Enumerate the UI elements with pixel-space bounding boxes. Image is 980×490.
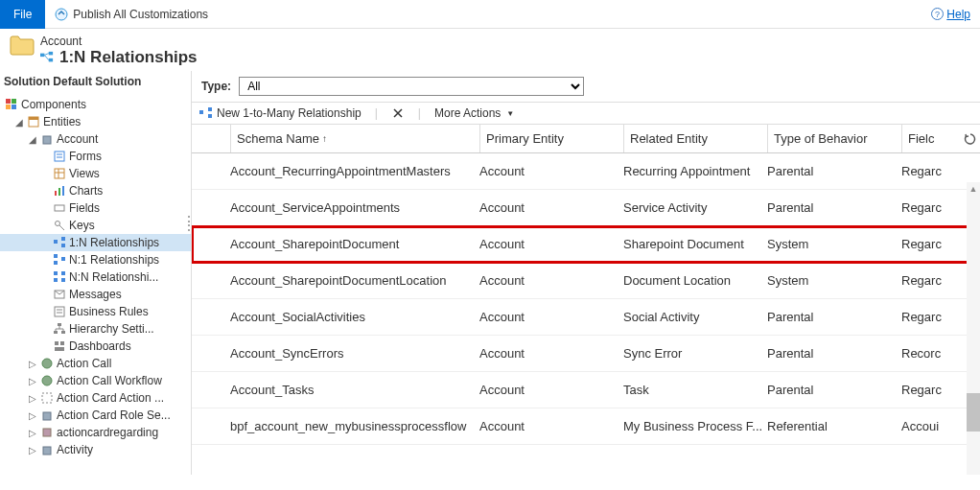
cell-related: My Business Process F... — [623, 419, 767, 433]
svg-rect-29 — [54, 261, 58, 265]
type-select[interactable]: All — [239, 77, 584, 96]
collapse-icon[interactable]: ◢ — [14, 117, 24, 128]
entity-icon — [40, 357, 54, 370]
svg-rect-33 — [61, 271, 65, 275]
cell-related: Social Activity — [623, 310, 767, 324]
cell-behavior: Parental — [767, 346, 901, 361]
tree-node-components[interactable]: Components — [0, 96, 191, 113]
tree-label: 1:N Relationships — [69, 236, 159, 249]
tree-node-n1-relationships[interactable]: N:1 Relationships — [0, 251, 191, 268]
more-actions-button[interactable]: More Actions ▼ — [434, 106, 514, 120]
tree-node-action-call[interactable]: ▷Action Call — [0, 355, 191, 372]
svg-rect-4 — [49, 52, 53, 56]
relationship-icon — [199, 106, 213, 120]
svg-rect-34 — [61, 278, 65, 282]
table-row[interactable]: Account_SocialActivitiesAccountSocial Ac… — [192, 299, 980, 336]
tree-node-action-card-action[interactable]: ▷Action Card Action ... — [0, 389, 191, 407]
entity-label: Account — [40, 35, 198, 48]
column-header-behavior[interactable]: Type of Behavior — [767, 125, 901, 152]
expand-icon[interactable]: ▷ — [28, 445, 37, 455]
svg-point-45 — [42, 359, 52, 368]
separator: | — [375, 106, 378, 120]
collapse-icon[interactable]: ◢ — [28, 134, 37, 145]
expand-icon[interactable]: ▷ — [28, 428, 37, 438]
table-row[interactable]: Account_SharepointDocumentLocationAccoun… — [192, 263, 980, 299]
svg-rect-27 — [61, 244, 65, 247]
relationship-icon — [40, 51, 54, 64]
tree-node-dashboards[interactable]: Dashboards — [0, 338, 191, 355]
refresh-button[interactable] — [961, 132, 980, 146]
tree-node-action-call-workflow[interactable]: ▷Action Call Workflow — [0, 372, 191, 389]
table-row[interactable]: Account_ServiceAppointmentsAccountServic… — [192, 190, 980, 226]
svg-rect-31 — [54, 271, 58, 275]
tree-node-entities[interactable]: ◢ Entities — [0, 113, 191, 130]
tree-node-keys[interactable]: Keys — [0, 217, 191, 234]
tree-node-nn-relationships[interactable]: N:N Relationshi... — [0, 268, 191, 286]
delete-button[interactable] — [391, 106, 405, 120]
file-menu-button[interactable]: File — [0, 0, 45, 29]
help-link[interactable]: ? Help — [930, 8, 980, 21]
new-relationship-button[interactable]: New 1-to-Many Relationship — [199, 106, 362, 120]
tree-label: Entities — [43, 115, 81, 128]
svg-rect-41 — [61, 331, 65, 334]
tree-node-fields[interactable]: Fields — [0, 199, 191, 217]
tree-node-action-card-role[interactable]: ▷Action Card Role Se... — [0, 407, 191, 424]
svg-rect-32 — [54, 278, 58, 282]
svg-rect-28 — [54, 254, 58, 258]
scrollbar-thumb[interactable] — [967, 393, 980, 432]
table-row[interactable]: Account_SyncErrorsAccountSync ErrorParen… — [192, 336, 980, 372]
column-header-schema[interactable]: Schema Name↑ — [230, 125, 479, 152]
expand-icon[interactable]: ▷ — [28, 393, 37, 404]
svg-point-46 — [42, 376, 52, 385]
entity-icon — [40, 132, 54, 146]
tree-label: N:1 Relationships — [69, 253, 159, 267]
tree-node-views[interactable]: Views — [0, 165, 191, 182]
checkbox-column-header[interactable] — [192, 125, 230, 152]
tree-node-charts[interactable]: Charts — [0, 182, 191, 199]
relationship-nn-icon — [53, 270, 66, 284]
cell-field: Regarc — [901, 164, 980, 178]
tree-node-hierarchy[interactable]: Hierarchy Setti... — [0, 320, 191, 338]
table-row[interactable]: Account_RecurringAppointmentMastersAccou… — [192, 153, 980, 190]
tree-node-1n-relationships[interactable]: 1:N Relationships — [0, 234, 191, 251]
column-header-field[interactable]: Fielc — [901, 125, 961, 152]
toolbar: New 1-to-Many Relationship | | More Acti… — [192, 102, 980, 125]
scroll-up-icon[interactable]: ▲ — [967, 182, 980, 196]
scrollbar-track[interactable]: ▲ — [967, 182, 980, 475]
cell-behavior: System — [767, 237, 901, 251]
svg-rect-5 — [49, 58, 53, 62]
help-icon: ? — [930, 8, 944, 21]
svg-point-0 — [56, 9, 67, 20]
svg-rect-53 — [208, 114, 212, 118]
tree-node-actioncardregarding[interactable]: ▷actioncardregarding — [0, 424, 191, 441]
expand-icon[interactable]: ▷ — [28, 376, 37, 386]
tree-node-account[interactable]: ◢ Account — [0, 130, 191, 148]
entity-icon — [40, 408, 54, 422]
tree-node-messages[interactable]: Messages — [0, 286, 191, 303]
column-header-related[interactable]: Related Entity — [623, 125, 767, 152]
table-row[interactable]: Account_TasksAccountTaskParentalRegarc — [192, 372, 980, 408]
expand-icon[interactable]: ▷ — [28, 359, 37, 369]
tree-node-activity[interactable]: ▷Activity — [0, 441, 191, 458]
tree-label: Forms — [69, 150, 102, 163]
tree-label: Dashboards — [69, 339, 131, 353]
cell-schema: bpf_account_new_mybusinessprocessflow — [230, 419, 479, 433]
table-row[interactable]: Account_SharepointDocumentAccountSharepo… — [192, 226, 980, 263]
publish-all-button[interactable]: Publish All Customizations — [45, 0, 218, 29]
messages-icon — [53, 288, 66, 301]
expand-icon[interactable]: ▷ — [28, 410, 37, 421]
svg-rect-51 — [199, 110, 203, 114]
grid-body[interactable]: Account_RecurringAppointmentMastersAccou… — [192, 153, 980, 475]
svg-rect-12 — [43, 136, 51, 144]
table-row[interactable]: bpf_account_new_mybusinessprocessflowAcc… — [192, 408, 980, 445]
svg-rect-16 — [55, 169, 64, 178]
svg-rect-20 — [58, 188, 60, 196]
cell-behavior: Parental — [767, 383, 901, 397]
type-label: Type: — [201, 80, 231, 93]
tree-node-forms[interactable]: Forms — [0, 148, 191, 165]
column-header-primary[interactable]: Primary Entity — [479, 125, 623, 152]
tree-label: Messages — [69, 288, 122, 301]
tree-node-business-rules[interactable]: Business Rules — [0, 303, 191, 320]
page-title-row: 1:N Relationships — [40, 48, 198, 67]
entity-icon — [40, 374, 54, 387]
